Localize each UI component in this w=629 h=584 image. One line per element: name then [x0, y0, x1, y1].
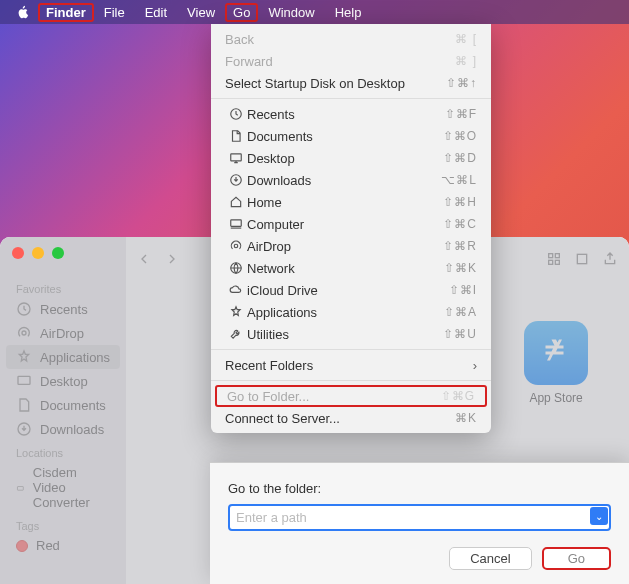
sidebar-item-documents[interactable]: Documents	[0, 393, 126, 417]
separator	[211, 349, 491, 350]
svg-point-7	[22, 331, 26, 335]
applications-icon	[16, 349, 32, 365]
menubar-file[interactable]: File	[94, 3, 135, 22]
computer-icon	[225, 217, 247, 231]
cloud-icon	[225, 283, 247, 297]
svg-rect-3	[231, 220, 242, 226]
close-button[interactable]	[12, 247, 24, 259]
clock-icon	[16, 301, 32, 317]
sidebar-heading-locations: Locations	[0, 441, 126, 461]
app-label: App Store	[529, 391, 582, 405]
sidebar-item-desktop[interactable]: Desktop	[0, 369, 126, 393]
menu-select-startup[interactable]: Select Startup Disk on Desktop ⇧⌘↑	[211, 72, 491, 94]
document-icon	[225, 129, 247, 143]
svg-rect-13	[549, 260, 553, 264]
sidebar-item-recents[interactable]: Recents	[0, 297, 126, 321]
separator	[211, 98, 491, 99]
home-icon	[225, 195, 247, 209]
svg-rect-14	[555, 260, 559, 264]
cancel-button[interactable]: Cancel	[449, 547, 531, 570]
svg-rect-1	[231, 154, 242, 161]
sidebar-item-label: Documents	[40, 398, 106, 413]
menu-documents[interactable]: Documents ⇧⌘O	[211, 125, 491, 147]
utilities-icon	[225, 327, 247, 341]
sidebar-item-label: Downloads	[40, 422, 104, 437]
view-grid-button[interactable]	[546, 251, 562, 267]
applications-icon	[225, 305, 247, 319]
tag-red-icon	[16, 540, 28, 552]
input-dropdown-button[interactable]: ⌄	[590, 507, 608, 525]
go-to-folder-dialog: Go to the folder: ⌄ Cancel Go	[210, 462, 629, 584]
sidebar-item-applications[interactable]: Applications	[6, 345, 120, 369]
menu-desktop[interactable]: Desktop ⇧⌘D	[211, 147, 491, 169]
menubar-edit[interactable]: Edit	[135, 3, 177, 22]
document-icon	[16, 397, 32, 413]
disk-icon	[16, 480, 25, 496]
menubar-view[interactable]: View	[177, 3, 225, 22]
window-controls	[12, 247, 64, 259]
menubar-help[interactable]: Help	[325, 3, 372, 22]
sidebar-item-label: Applications	[40, 350, 110, 365]
sidebar-item-label: AirDrop	[40, 326, 84, 341]
go-button[interactable]: Go	[542, 547, 611, 570]
maximize-button[interactable]	[52, 247, 64, 259]
menu-forward: Forward ⌘ ]	[211, 50, 491, 72]
menu-downloads[interactable]: Downloads ⌥⌘L	[211, 169, 491, 191]
svg-rect-10	[17, 486, 23, 490]
sidebar-heading-tags: Tags	[0, 514, 126, 534]
dialog-title: Go to the folder:	[228, 481, 611, 496]
svg-rect-8	[18, 376, 30, 384]
sidebar-item-label: Recents	[40, 302, 88, 317]
menu-home[interactable]: Home ⇧⌘H	[211, 191, 491, 213]
desktop-icon	[225, 151, 247, 165]
menu-icloud[interactable]: iCloud Drive ⇧⌘I	[211, 279, 491, 301]
menu-computer[interactable]: Computer ⇧⌘C	[211, 213, 491, 235]
svg-rect-11	[549, 254, 553, 258]
menu-recents[interactable]: Recents ⇧⌘F	[211, 103, 491, 125]
sidebar-heading-favorites: Favorites	[0, 277, 126, 297]
airdrop-icon	[225, 239, 247, 253]
sidebar-item-downloads[interactable]: Downloads	[0, 417, 126, 441]
download-icon	[16, 421, 32, 437]
desktop-icon	[16, 373, 32, 389]
clock-icon	[225, 107, 247, 121]
folder-path-input[interactable]	[228, 504, 611, 531]
download-icon	[225, 173, 247, 187]
menu-go-to-folder[interactable]: Go to Folder... ⇧⌘G	[215, 385, 487, 407]
sidebar-item-location[interactable]: Cisdem Video Converter	[0, 461, 126, 514]
minimize-button[interactable]	[32, 247, 44, 259]
sidebar-item-airdrop[interactable]: AirDrop	[0, 321, 126, 345]
airdrop-icon	[16, 325, 32, 341]
svg-rect-15	[577, 254, 586, 263]
network-icon	[225, 261, 247, 275]
menu-connect-server[interactable]: Connect to Server... ⌘K	[211, 407, 491, 429]
apple-logo-icon[interactable]	[8, 3, 38, 21]
appstore-icon	[524, 321, 588, 385]
menu-back: Back ⌘ [	[211, 28, 491, 50]
menubar: Finder File Edit View Go Window Help	[0, 0, 629, 24]
menubar-window[interactable]: Window	[258, 3, 324, 22]
forward-button[interactable]	[164, 251, 180, 267]
sidebar: Favorites Recents AirDrop Applications D…	[0, 237, 126, 584]
sidebar-item-tag-red[interactable]: Red	[0, 534, 126, 557]
menu-network[interactable]: Network ⇧⌘K	[211, 257, 491, 279]
sidebar-item-label: Desktop	[40, 374, 88, 389]
chevron-right-icon: ›	[473, 358, 477, 373]
back-button[interactable]	[136, 251, 152, 267]
menu-applications[interactable]: Applications ⇧⌘A	[211, 301, 491, 323]
menubar-app-name[interactable]: Finder	[38, 3, 94, 22]
app-appstore[interactable]: App Store	[524, 321, 588, 405]
menu-utilities[interactable]: Utilities ⇧⌘U	[211, 323, 491, 345]
menu-recent-folders[interactable]: Recent Folders ›	[211, 354, 491, 376]
sidebar-item-label: Cisdem Video Converter	[33, 465, 110, 510]
menubar-go[interactable]: Go	[225, 3, 258, 22]
svg-point-4	[234, 244, 238, 248]
sidebar-item-label: Red	[36, 538, 60, 553]
share-button[interactable]	[602, 251, 618, 267]
menu-airdrop[interactable]: AirDrop ⇧⌘R	[211, 235, 491, 257]
go-menu-dropdown: Back ⌘ [ Forward ⌘ ] Select Startup Disk…	[211, 24, 491, 433]
svg-rect-12	[555, 254, 559, 258]
separator	[211, 380, 491, 381]
group-button[interactable]	[574, 251, 590, 267]
